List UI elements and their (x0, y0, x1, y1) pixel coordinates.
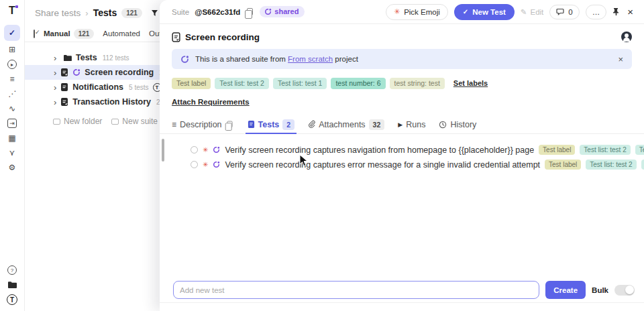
test-emoji-icon: ✳ (203, 161, 208, 168)
help-icon[interactable]: ? (4, 263, 20, 277)
suite-tree: › Tests 112 tests › Screen recording 2 t… (25, 42, 160, 126)
tab-out-of[interactable]: Out o (149, 29, 160, 38)
shared-badge[interactable]: shared (260, 6, 305, 17)
new-folder-button[interactable]: New folder (53, 117, 102, 126)
suite-name: Tests (76, 53, 97, 62)
pick-emoji-button[interactable]: ✳ Pick Emoji (386, 4, 448, 20)
nav-runs-icon[interactable]: ▸ (4, 57, 20, 72)
nav-steps-icon[interactable]: ⋰ (4, 86, 20, 101)
shared-icon (264, 8, 272, 15)
test-select-radio[interactable] (191, 146, 198, 153)
breadcrumb-separator: › (85, 8, 88, 18)
edit-button[interactable]: ✎ Edit (521, 7, 543, 17)
nav-settings-icon[interactable]: ⚙ (4, 160, 20, 175)
new-suite-label: New suite (122, 117, 158, 126)
tab-runs[interactable]: ▶ Runs (398, 116, 425, 133)
test-title[interactable]: Verify screen recording captures error m… (225, 160, 540, 170)
comments-button[interactable]: 0 (549, 5, 579, 19)
nav-tests-icon[interactable]: ✓ (4, 25, 20, 41)
projects-folder-icon[interactable] (4, 277, 20, 292)
app-logo[interactable]: T (9, 5, 15, 17)
test-emoji-icon: ✳ (203, 146, 208, 153)
suite-doc-icon (60, 97, 68, 107)
comment-count: 0 (568, 8, 572, 16)
tab-tests-label: Tests (258, 120, 280, 129)
dismiss-banner-icon[interactable]: × (618, 54, 623, 64)
watcher-avatar[interactable] (621, 32, 632, 42)
copy-suite-id-icon[interactable] (247, 8, 253, 15)
banner-text: This is a shared suite from From scratch… (195, 55, 358, 63)
label-chip: test number: 6 (331, 78, 385, 89)
set-labels-link[interactable]: Set labels (453, 79, 488, 87)
test-row[interactable]: ✳ Verify screen recording captures navig… (191, 143, 635, 158)
chevron-right-icon[interactable]: › (54, 68, 56, 77)
tab-automated-label: Automated (103, 29, 140, 38)
nav-reports-icon[interactable]: ▦ (4, 131, 20, 145)
clock-icon (439, 121, 447, 129)
suite-detail-panel: Suite @S662c31fd shared ✳ Pick Emoji ✓ N… (160, 0, 644, 311)
copy-description-icon[interactable] (227, 121, 232, 128)
folder-icon (63, 54, 72, 62)
bulk-toggle[interactable] (614, 285, 635, 296)
tab-automated[interactable]: Automated (103, 29, 140, 38)
test-label-chip: Test label (539, 145, 575, 155)
tab-history-label: History (450, 120, 476, 129)
tab-manual[interactable]: Manual 121 (44, 29, 94, 39)
close-panel-icon[interactable]: × (626, 6, 635, 17)
chevron-right-icon[interactable]: › (54, 83, 56, 92)
suite-doc-icon (60, 68, 68, 77)
source-project-link[interactable]: From scratch (288, 55, 333, 63)
chevron-right-icon[interactable]: › (54, 54, 59, 62)
nav-branches-icon[interactable]: ⋎ (4, 145, 20, 160)
tree-tab-bar: Manual 121 Automated Out o (25, 25, 160, 42)
select-all-checkbox-icon[interactable] (34, 29, 35, 38)
pin-button[interactable] (612, 7, 620, 16)
tab-description[interactable]: ≡ Description (172, 116, 234, 133)
attach-requirements-link[interactable]: Attach Requirements (172, 98, 250, 106)
breadcrumb-current[interactable]: Tests (93, 7, 117, 18)
scrollbar-thumb[interactable] (162, 139, 164, 162)
nav-test-plans-icon[interactable]: ⊞ (4, 42, 20, 57)
tree-row-notifications[interactable]: › Notifications 5 tests T notific (25, 80, 160, 95)
new-test-label: New Test (472, 8, 506, 16)
profile-avatar[interactable]: T (4, 292, 20, 307)
chevron-right-icon[interactable]: › (54, 98, 56, 107)
test-label-chip: Test list: test 1 (635, 145, 644, 155)
tree-row-screen-recording[interactable]: › Screen recording 2 tests (25, 65, 160, 80)
tree-footer: New folder New suite (25, 117, 160, 126)
pencil-icon: ✎ (521, 7, 527, 17)
shared-icon (180, 55, 189, 64)
test-row[interactable]: ✳ Verify screen recording captures error… (191, 158, 635, 172)
suite-name: Notifications (72, 82, 123, 92)
nav-analytics-icon[interactable]: ∿ (4, 101, 20, 116)
test-label-chip: Test list: test 2 (586, 160, 636, 170)
new-suite-button[interactable]: New suite (111, 117, 158, 126)
filter-chip[interactable]: × (151, 8, 160, 18)
add-new-test-input[interactable] (173, 281, 539, 299)
nav-results-icon[interactable]: ≡ (4, 72, 20, 86)
nav-import-icon[interactable]: ⇥ (4, 116, 20, 131)
suite-labels-row: Test label Test list: test 2 Test list: … (172, 78, 632, 89)
tree-row-transaction-history[interactable]: › Transaction History 2 tests T (25, 95, 160, 109)
tree-row-tests[interactable]: › Tests 112 tests (25, 50, 160, 65)
bulk-label: Bulk (592, 286, 608, 294)
tab-tests[interactable]: Tests 2 (248, 116, 295, 133)
test-list: ✳ Verify screen recording captures navig… (160, 134, 644, 172)
new-test-button[interactable]: ✓ New Test (454, 4, 515, 20)
label-chip: test string: test (390, 78, 445, 89)
banner-prefix: This is a shared suite from (195, 55, 286, 63)
tab-attachments[interactable]: Attachments 32 (308, 116, 384, 133)
shared-suite-banner: This is a shared suite from From scratch… (172, 49, 632, 69)
tests-count-badge: 121 (121, 8, 142, 18)
tab-history[interactable]: History (439, 116, 476, 133)
breadcrumb-parent[interactable]: Share tests (35, 8, 80, 18)
breadcrumb: Share tests › Tests 121 × (25, 0, 160, 25)
test-label-chip: Test list: test 2 (580, 145, 630, 155)
test-select-radio[interactable] (191, 161, 198, 168)
create-button[interactable]: Create (545, 281, 586, 299)
more-actions-button[interactable]: … (586, 5, 607, 19)
check-icon: ✓ (463, 8, 468, 15)
test-title[interactable]: Verify screen recording captures navigat… (225, 145, 534, 155)
label-chip: Test list: test 1 (273, 78, 327, 89)
label-chip: Test list: test 2 (215, 78, 269, 89)
